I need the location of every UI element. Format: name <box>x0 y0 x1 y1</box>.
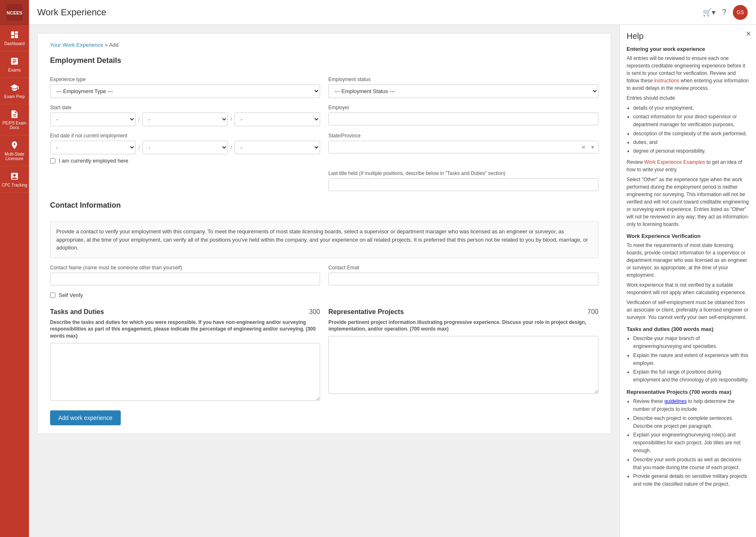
self-verify-checkbox[interactable] <box>50 292 55 298</box>
date-separator2: / <box>230 116 232 122</box>
last-title-input[interactable] <box>328 178 598 191</box>
tasks-count: 300 <box>309 308 320 316</box>
header-actions: 🛒▾ ? GS <box>703 5 748 20</box>
projects-title: Representative Projects <box>328 308 404 316</box>
help-section2-text2: Work experience that is not verified by … <box>627 281 749 296</box>
employment-details-title: Employment Details <box>50 56 598 68</box>
work-experience-examples-link[interactable]: Work Experience Examples <box>644 159 705 165</box>
help-review-text: Review Work Experience Examples to get a… <box>627 158 749 173</box>
projects-header: Representative Projects 700 <box>328 308 598 316</box>
help-list-item: Explain the nature and extent of experie… <box>633 352 749 367</box>
tasks-section: Tasks and Duties 300 Describe the tasks … <box>50 308 598 402</box>
help-button[interactable]: ? <box>722 8 726 17</box>
sidebar-item-label: Exam Prep <box>4 94 24 99</box>
breadcrumb: Your Work Experience » Add <box>50 42 598 48</box>
contact-section-title: Contact Information <box>50 201 598 213</box>
sidebar-item-exam-prep[interactable]: Exam Prep <box>0 78 29 104</box>
tasks-title: Tasks and Duties <box>50 308 104 316</box>
add-work-experience-button[interactable]: Add work experience <box>50 410 121 425</box>
sidebar-item-exams[interactable]: Exams <box>0 51 29 78</box>
help-section4-title: Representative Projects (700 words max) <box>627 389 749 395</box>
help-section2-title: Work Experience Verification <box>627 233 749 239</box>
cart-button[interactable]: 🛒▾ <box>703 8 715 17</box>
contact-name-input[interactable] <box>50 273 320 285</box>
employment-status-label: Employment status <box>328 77 598 82</box>
tasks-textarea[interactable] <box>50 343 320 401</box>
self-verify-label[interactable]: Self Verify <box>59 292 83 298</box>
end-date-year[interactable]: - <box>234 141 320 154</box>
avatar[interactable]: GS <box>733 5 748 20</box>
clear-icon[interactable]: ✕ <box>581 144 586 151</box>
help-list-item: description of the complexity of the wor… <box>633 130 749 138</box>
currently-employed-checkbox[interactable] <box>50 158 55 163</box>
help-entries-label: Entries should include <box>627 94 749 102</box>
help-section4-list: Review these guidelines to help determin… <box>627 398 749 488</box>
contact-name-label: Contact Name (name must be someone other… <box>50 265 320 271</box>
state-province-wrapper: ✕ ▼ <box>328 141 598 153</box>
currently-employed-label[interactable]: I am currently employed here <box>59 158 128 164</box>
start-date-day[interactable]: - <box>142 113 228 126</box>
sidebar-item-label: PE/PS Exam Docs <box>2 121 27 130</box>
help-list-item: Describe your work products as well as d… <box>633 456 749 472</box>
contact-email-input[interactable] <box>328 273 598 285</box>
guidelines-link[interactable]: guidelines <box>664 398 687 404</box>
instructions-link[interactable]: instructions <box>654 78 679 84</box>
top-header: Work Experience 🛒▾ ? GS <box>29 0 756 25</box>
help-list-item: details of your employment, <box>633 104 749 112</box>
start-date-month[interactable]: - <box>50 113 136 126</box>
projects-textarea[interactable] <box>328 336 598 394</box>
help-section1-text1: All entries will be reviewed to ensure e… <box>627 55 749 92</box>
help-section3-title: Tasks and duties (300 words max) <box>627 326 749 332</box>
end-date-label: End date if not current employment <box>50 133 320 139</box>
projects-count: 700 <box>587 308 598 316</box>
help-list-item: Describe your major branch of engineerin… <box>633 335 749 350</box>
employer-input[interactable] <box>328 113 598 125</box>
state-province-input[interactable] <box>328 141 598 153</box>
experience-type-label: Experience type <box>50 77 320 82</box>
sidebar: NCEES Dashboard Exams Exam Prep PE/PS Ex… <box>0 0 29 537</box>
contact-info-desc: Provide a contact to verify your employm… <box>50 221 598 258</box>
exam-prep-icon <box>10 83 19 93</box>
self-verify-row: Self Verify <box>50 292 598 298</box>
help-entries-list: details of your employment, contact info… <box>627 104 749 155</box>
dashboard-icon <box>10 30 19 40</box>
end-date-day[interactable]: - <box>142 141 228 154</box>
sidebar-item-pe-ps[interactable]: PE/PS Exam Docs <box>0 104 29 135</box>
date-separator3: / <box>138 144 140 151</box>
breadcrumb-link[interactable]: Your Work Experience <box>50 42 103 48</box>
employment-details-section: Employment Details Experience type --- E… <box>50 56 598 191</box>
sidebar-item-label: Multi-State Licensure <box>2 152 27 161</box>
help-section1-title: Entering your work experience <box>627 46 749 52</box>
help-section3-list: Describe your major branch of engineerin… <box>627 335 749 384</box>
sidebar-item-multi-state[interactable]: Multi-State Licensure <box>0 135 29 166</box>
form-container: Your Work Experience » Add Employment De… <box>37 33 611 434</box>
sidebar-item-cpc[interactable]: CPC Tracking <box>0 166 29 193</box>
exams-icon <box>10 56 19 66</box>
experience-type-select[interactable]: --- Employment Type --- <box>50 84 320 98</box>
pe-ps-icon <box>10 109 19 119</box>
start-date-year[interactable]: - <box>234 113 320 126</box>
help-section2-text3: Verification of self-employment must be … <box>627 299 749 321</box>
tasks-desc: Describe the tasks and duties for which … <box>50 319 320 340</box>
employment-status-select[interactable]: --- Employment Status --- <box>328 84 598 98</box>
form-area: Your Work Experience » Add Employment De… <box>29 25 620 537</box>
breadcrumb-current: Add <box>109 42 118 48</box>
date-separator4: / <box>230 144 232 151</box>
projects-col: Representative Projects 700 Provide pert… <box>328 308 598 402</box>
question-icon: ? <box>722 8 726 17</box>
cart-icon: 🛒▾ <box>703 8 715 17</box>
help-list-item: Explain your engineering/surveying role(… <box>633 431 749 455</box>
help-close-button[interactable]: ✕ <box>746 30 751 38</box>
help-list-item: contact information for your direct supe… <box>633 113 749 129</box>
help-section2-text1: To meet the requirements of most state l… <box>627 242 749 279</box>
tasks-header: Tasks and Duties 300 <box>50 308 320 316</box>
sidebar-item-dashboard[interactable]: Dashboard <box>0 25 29 51</box>
svg-text:NCEES: NCEES <box>7 10 22 15</box>
end-date-month[interactable]: - <box>50 141 136 154</box>
page-title: Work Experience <box>37 7 703 18</box>
tasks-col: Tasks and Duties 300 Describe the tasks … <box>50 308 320 402</box>
help-list-item: duties, and <box>633 139 749 146</box>
date-separator1: / <box>138 116 140 122</box>
help-title: Help <box>627 31 749 41</box>
cpc-icon <box>10 171 19 181</box>
